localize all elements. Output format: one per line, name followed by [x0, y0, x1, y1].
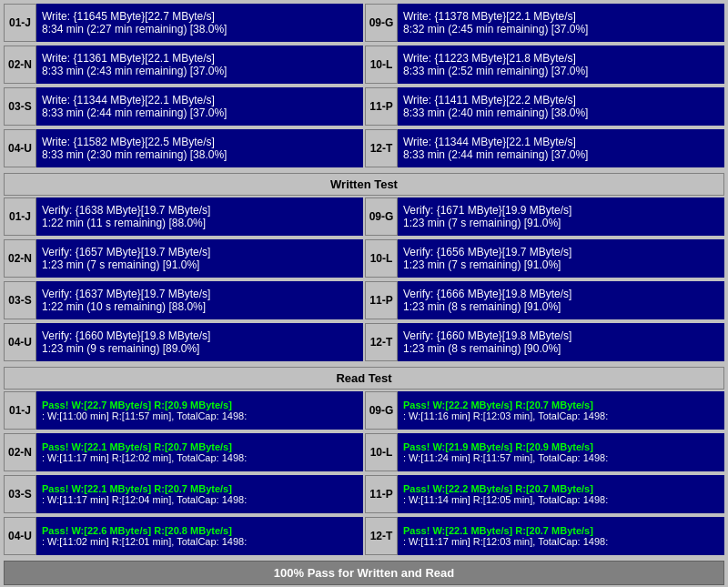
- write-line1-12t: Write: {11344 MByte}[22.1 MByte/s]: [403, 136, 719, 148]
- verify-cell-02n: Verify: {1657 MByte}[19.7 MByte/s] 1:23 …: [36, 239, 363, 278]
- write-line2-09g: 8:32 min (2:45 min remaining) [37.0%]: [403, 23, 719, 35]
- write-line2-11p: 8:33 min (2:40 min remaining) [38.0%]: [403, 106, 719, 119]
- verify-id-12t: 12-T: [365, 323, 398, 361]
- verify-id-04u: 04-U: [4, 323, 36, 361]
- verify-id-02n: 02-N: [4, 239, 36, 278]
- verify-line2-02n: 1:23 min (7 s remaining) [91.0%]: [42, 258, 358, 271]
- read-line2-02n: : W:[11:17 min] R:[12:02 min], TotalCap:…: [42, 452, 358, 463]
- read-line1-04u: Pass! W:[22.6 MByte/s] R:[20.8 MByte/s]: [42, 525, 358, 536]
- write-line1-10l: Write: {11223 MByte}[21.8 MByte/s]: [403, 52, 719, 65]
- verify-cell-09g: Verify: {1671 MByte}[19.9 MByte/s] 1:23 …: [398, 197, 724, 236]
- table-row: 04-U Write: {11582 MByte}[22.5 MByte/s] …: [4, 129, 363, 167]
- read-line1-02n: Pass! W:[22.1 MByte/s] R:[20.7 MByte/s]: [42, 441, 358, 452]
- verify-id-10l: 10-L: [365, 239, 398, 278]
- read-id-03s: 03-S: [4, 475, 36, 513]
- read-cell-04u: Pass! W:[22.6 MByte/s] R:[20.8 MByte/s] …: [36, 517, 363, 555]
- read-test-header: Read Test: [4, 367, 724, 390]
- verify-right-col: 09-G Verify: {1671 MByte}[19.9 MByte/s] …: [365, 197, 724, 363]
- table-row: 09-G Write: {11378 MByte}[22.1 MByte/s] …: [365, 4, 724, 42]
- read-line2-09g: : W:[11:16 min] R:[12:03 min], TotalCap:…: [403, 410, 719, 421]
- write-left-col: 01-J Write: {11645 MByte}[22.7 MByte/s] …: [4, 4, 363, 169]
- table-row: 09-G Pass! W:[22.2 MByte/s] R:[20.7 MByt…: [365, 391, 724, 430]
- read-id-09g: 09-G: [365, 391, 398, 430]
- table-row: 02-N Write: {11361 MByte}[22.1 MByte/s] …: [4, 46, 363, 84]
- read-right-col: 09-G Pass! W:[22.2 MByte/s] R:[20.7 MByt…: [365, 391, 724, 557]
- verify-id-11p: 11-P: [365, 281, 398, 319]
- table-row: 12-T Verify: {1660 MByte}[19.8 MByte/s] …: [365, 323, 724, 361]
- read-cell-01j: Pass! W:[22.7 MByte/s] R:[20.9 MByte/s] …: [36, 391, 363, 430]
- read-line1-01j: Pass! W:[22.7 MByte/s] R:[20.9 MByte/s]: [42, 400, 358, 410]
- write-cell-09g: Write: {11378 MByte}[22.1 MByte/s] 8:32 …: [398, 4, 724, 42]
- read-line2-12t: : W:[11:17 min] R:[12:03 min], TotalCap:…: [403, 536, 719, 547]
- read-line1-09g: Pass! W:[22.2 MByte/s] R:[20.7 MByte/s]: [403, 400, 719, 410]
- read-cell-11p: Pass! W:[22.2 MByte/s] R:[20.7 MByte/s] …: [398, 475, 724, 513]
- read-line2-10l: : W:[11:24 min] R:[11:57 min], TotalCap:…: [403, 452, 719, 463]
- write-cell-03s: Write: {11344 MByte}[22.1 MByte/s] 8:33 …: [36, 87, 363, 126]
- read-line1-03s: Pass! W:[22.1 MByte/s] R:[20.7 MByte/s]: [42, 483, 358, 494]
- table-row: 02-N Verify: {1657 MByte}[19.7 MByte/s] …: [4, 239, 363, 278]
- verify-line1-04u: Verify: {1660 MByte}[19.8 MByte/s]: [42, 329, 358, 342]
- row-id-04u: 04-U: [4, 129, 36, 167]
- write-line2-03s: 8:33 min (2:44 min remaining) [37.0%]: [42, 106, 358, 119]
- verify-left-col: 01-J Verify: {1638 MByte}[19.7 MByte/s] …: [4, 197, 363, 363]
- write-cell-04u: Write: {11582 MByte}[22.5 MByte/s] 8:33 …: [36, 129, 363, 167]
- row-id-11p: 11-P: [365, 87, 398, 126]
- row-id-12t: 12-T: [365, 129, 398, 167]
- write-line1-09g: Write: {11378 MByte}[22.1 MByte/s]: [403, 10, 719, 23]
- verify-line2-12t: 1:23 min (8 s remaining) [90.0%]: [403, 342, 719, 355]
- read-id-12t: 12-T: [365, 517, 398, 555]
- write-line1-11p: Write: {11411 MByte}[22.2 MByte/s]: [403, 94, 719, 106]
- write-line2-12t: 8:33 min (2:44 min remaining) [37.0%]: [403, 148, 719, 161]
- verify-cell-12t: Verify: {1660 MByte}[19.8 MByte/s] 1:23 …: [398, 323, 724, 361]
- verify-line2-10l: 1:23 min (7 s remaining) [91.0%]: [403, 258, 719, 271]
- write-cell-02n: Write: {11361 MByte}[22.1 MByte/s] 8:33 …: [36, 46, 363, 84]
- verify-line1-02n: Verify: {1657 MByte}[19.7 MByte/s]: [42, 246, 358, 258]
- table-row: 03-S Write: {11344 MByte}[22.1 MByte/s] …: [4, 87, 363, 126]
- verify-cell-01j: Verify: {1638 MByte}[19.7 MByte/s] 1:22 …: [36, 197, 363, 236]
- read-cell-03s: Pass! W:[22.1 MByte/s] R:[20.7 MByte/s] …: [36, 475, 363, 513]
- table-row: 12-T Pass! W:[22.1 MByte/s] R:[20.7 MByt…: [365, 517, 724, 555]
- read-section: 01-J Pass! W:[22.7 MByte/s] R:[20.9 MByt…: [4, 391, 724, 557]
- verify-cell-10l: Verify: {1656 MByte}[19.7 MByte/s] 1:23 …: [398, 239, 724, 278]
- write-cell-01j: Write: {11645 MByte}[22.7 MByte/s] 8:34 …: [36, 4, 363, 42]
- verify-line1-12t: Verify: {1660 MByte}[19.8 MByte/s]: [403, 329, 719, 342]
- verify-id-03s: 03-S: [4, 281, 36, 319]
- table-row: 11-P Verify: {1666 MByte}[19.8 MByte/s] …: [365, 281, 724, 319]
- written-test-header: Written Test: [4, 173, 724, 196]
- table-row: 11-P Pass! W:[22.2 MByte/s] R:[20.7 MByt…: [365, 475, 724, 513]
- read-id-01j: 01-J: [4, 391, 36, 430]
- write-section: 01-J Write: {11645 MByte}[22.7 MByte/s] …: [4, 4, 724, 169]
- read-line2-03s: : W:[11:17 min] R:[12:04 min], TotalCap:…: [42, 494, 358, 505]
- read-line2-01j: : W:[11:00 min] R:[11:57 min], TotalCap:…: [42, 410, 358, 421]
- table-row: 09-G Verify: {1671 MByte}[19.9 MByte/s] …: [365, 197, 724, 236]
- read-line1-10l: Pass! W:[21.9 MByte/s] R:[20.9 MByte/s]: [403, 441, 719, 452]
- table-row: 04-U Pass! W:[22.6 MByte/s] R:[20.8 MByt…: [4, 517, 363, 555]
- read-line1-11p: Pass! W:[22.2 MByte/s] R:[20.7 MByte/s]: [403, 483, 719, 494]
- read-line1-12t: Pass! W:[22.1 MByte/s] R:[20.7 MByte/s]: [403, 525, 719, 536]
- write-line1-04u: Write: {11582 MByte}[22.5 MByte/s]: [42, 136, 358, 148]
- table-row: 02-N Pass! W:[22.1 MByte/s] R:[20.7 MByt…: [4, 433, 363, 471]
- verify-id-09g: 09-G: [365, 197, 398, 236]
- table-row: 01-J Verify: {1638 MByte}[19.7 MByte/s] …: [4, 197, 363, 236]
- table-row: 04-U Verify: {1660 MByte}[19.8 MByte/s] …: [4, 323, 363, 361]
- row-id-02n: 02-N: [4, 46, 36, 84]
- verify-line1-03s: Verify: {1637 MByte}[19.7 MByte/s]: [42, 288, 358, 300]
- read-line2-11p: : W:[11:14 min] R:[12:05 min], TotalCap:…: [403, 494, 719, 505]
- write-line1-01j: Write: {11645 MByte}[22.7 MByte/s]: [42, 10, 358, 23]
- write-line1-03s: Write: {11344 MByte}[22.1 MByte/s]: [42, 94, 358, 106]
- verify-cell-11p: Verify: {1666 MByte}[19.8 MByte/s] 1:23 …: [398, 281, 724, 319]
- read-cell-12t: Pass! W:[22.1 MByte/s] R:[20.7 MByte/s] …: [398, 517, 724, 555]
- footer-status: 100% Pass for Written and Read: [4, 561, 724, 585]
- write-line2-02n: 8:33 min (2:43 min remaining) [37.0%]: [42, 65, 358, 77]
- read-id-04u: 04-U: [4, 517, 36, 555]
- table-row: 03-S Pass! W:[22.1 MByte/s] R:[20.7 MByt…: [4, 475, 363, 513]
- write-line2-04u: 8:33 min (2:30 min remaining) [38.0%]: [42, 148, 358, 161]
- verify-line1-09g: Verify: {1671 MByte}[19.9 MByte/s]: [403, 204, 719, 217]
- verify-line2-01j: 1:22 min (11 s remaining) [88.0%]: [42, 217, 358, 229]
- read-left-col: 01-J Pass! W:[22.7 MByte/s] R:[20.9 MByt…: [4, 391, 363, 557]
- write-line1-02n: Write: {11361 MByte}[22.1 MByte/s]: [42, 52, 358, 65]
- table-row: 03-S Verify: {1637 MByte}[19.7 MByte/s] …: [4, 281, 363, 319]
- table-row: 01-J Write: {11645 MByte}[22.7 MByte/s] …: [4, 4, 363, 42]
- table-row: 11-P Write: {11411 MByte}[22.2 MByte/s] …: [365, 87, 724, 126]
- table-row: 12-T Write: {11344 MByte}[22.1 MByte/s] …: [365, 129, 724, 167]
